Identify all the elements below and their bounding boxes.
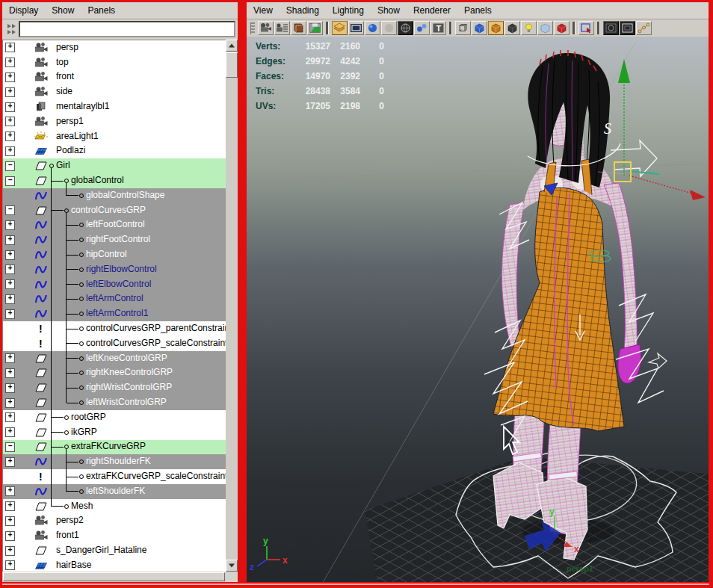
expand-expander[interactable]: + [5, 457, 15, 467]
expand-expander[interactable]: + [5, 501, 15, 511]
expand-expander[interactable]: + [5, 560, 15, 570]
toolbar-sphere-wire-dark-button[interactable] [398, 21, 413, 35]
toolbar-film-gate-button[interactable] [348, 21, 364, 35]
expand-expander[interactable]: + [5, 72, 15, 82]
viewport-menu-panels[interactable]: Panels [457, 3, 499, 18]
scroll-down-button[interactable] [226, 560, 238, 572]
collapse-expander[interactable]: − [5, 442, 15, 452]
expand-expander[interactable]: + [5, 279, 15, 289]
toolbar-sphere-dim-button[interactable] [381, 21, 397, 35]
toolbar-cube-orange-button[interactable] [488, 21, 504, 35]
expand-expander[interactable]: + [5, 383, 15, 393]
outliner-item-leftArmControl1[interactable]: +leftArmControl1 [3, 306, 226, 321]
outliner-item-front1[interactable]: +front1 [3, 528, 226, 543]
expand-expander[interactable]: + [5, 294, 15, 304]
outliner-item-areaLight1[interactable]: +areaLight1 [3, 129, 226, 144]
toolbar-cube-red-button[interactable] [554, 21, 570, 35]
outliner-item-Podlazi[interactable]: +Podlazi [3, 144, 226, 159]
outliner-item-globalControlShape[interactable]: globalControlShape [3, 188, 226, 203]
outliner-item-leftKneeControlGRP[interactable]: +leftKneeControlGRP [3, 351, 226, 366]
expand-expander[interactable]: + [5, 250, 15, 260]
outliner-item-controlCurvesGRP_scaleConstraint1[interactable]: !controlCurvesGRP_scaleConstraint1 [3, 336, 226, 351]
outliner-item-side[interactable]: +side [3, 84, 226, 99]
expand-expander[interactable]: + [5, 87, 15, 97]
toolbar-xray-dark-button[interactable] [603, 21, 619, 35]
outliner-item-extraFKCurveGRP[interactable]: −extraFKCurveGRP [3, 440, 226, 455]
expand-expander[interactable]: + [5, 102, 15, 112]
expand-expander[interactable]: + [5, 398, 15, 408]
expand-expander[interactable]: + [5, 353, 15, 363]
viewport-menu-view[interactable]: View [247, 3, 280, 18]
outliner-item-leftElbowControl[interactable]: +leftElbowControl [3, 277, 226, 292]
expand-expander[interactable]: + [5, 427, 15, 437]
expand-expander[interactable]: + [5, 412, 15, 422]
outliner-item-rightShoulderFK[interactable]: +rightShoulderFK [3, 454, 226, 469]
expand-expander[interactable]: + [5, 146, 15, 156]
toolbar-snap-save-button[interactable] [307, 21, 323, 35]
expand-expander[interactable]: + [5, 486, 15, 496]
outliner-item-s_DangerGirl_Hataline[interactable]: +s_DangerGirl_Hataline [3, 543, 226, 558]
expand-expander[interactable]: + [5, 546, 15, 556]
outliner-item-ikGRP[interactable]: +ikGRP [3, 425, 226, 440]
collapse-expander[interactable]: − [5, 161, 15, 171]
outliner-item-globalControl[interactable]: −globalControl [3, 173, 226, 188]
outliner-item-front[interactable]: +front [3, 70, 226, 85]
expand-expander[interactable]: + [5, 43, 15, 52]
outliner-menu-show[interactable]: Show [45, 3, 81, 18]
expand-expander[interactable]: + [5, 58, 15, 67]
expand-expander[interactable]: + [5, 516, 15, 526]
filter-icon[interactable] [4, 22, 19, 36]
outliner-item-extraFKCurveGRP_scaleConstraint1[interactable]: !extraFKCurveGRP_scaleConstraint1 [3, 469, 226, 484]
toolbar-cube-lightblue-button[interactable] [537, 21, 553, 35]
toolbar-isolate-select-button[interactable] [332, 21, 348, 35]
expand-expander[interactable]: + [5, 131, 15, 141]
toolbar-handle[interactable] [250, 22, 255, 34]
toolbar-cube-blue-button[interactable] [472, 21, 487, 35]
outliner-item-top[interactable]: +top [3, 55, 226, 70]
viewport-menu-renderer[interactable]: Renderer [407, 3, 457, 18]
outliner-item-Mesh[interactable]: +Mesh [3, 499, 226, 514]
expand-expander[interactable]: + [5, 220, 15, 230]
outliner-item-rightKneeControlGRP[interactable]: +rightKneeControlGRP [3, 366, 226, 381]
expand-expander[interactable]: + [5, 264, 15, 274]
expand-expander[interactable]: + [5, 309, 15, 319]
outliner-item-rootGRP[interactable]: +rootGRP [3, 410, 226, 425]
outliner-menu-panels[interactable]: Panels [81, 3, 122, 18]
scroll-up-button[interactable] [226, 40, 238, 52]
toolbar-cube-dark-button[interactable] [504, 21, 520, 35]
outliner-item-leftShoulderFK[interactable]: +leftShoulderFK [3, 484, 226, 499]
scroll-thumb[interactable] [226, 52, 238, 78]
outliner-horizontal-scrollbar[interactable] [2, 572, 226, 582]
toolbar-frame-dark-button[interactable] [620, 21, 635, 35]
outliner-item-leftFootControl[interactable]: +leftFootControl [3, 218, 226, 233]
outliner-item-rightElbowControl[interactable]: +rightElbowControl [3, 262, 226, 277]
viewport-menu-show[interactable]: Show [371, 3, 407, 18]
outliner-item-rightWristControlGRP[interactable]: +rightWristControlGRP [3, 380, 226, 395]
outliner-item-Girl[interactable]: −Girl [3, 158, 226, 173]
expand-expander[interactable]: + [5, 531, 15, 541]
outliner-item-rightFootControl[interactable]: +rightFootControl [3, 232, 226, 247]
outliner-item-hairBase[interactable]: +hairBase [3, 558, 226, 572]
expand-expander[interactable]: + [5, 368, 15, 378]
toolbar-book-button[interactable] [291, 21, 306, 35]
outliner-menu-display[interactable]: Display [2, 3, 45, 18]
toolbar-text-tool-button[interactable]: T [430, 21, 446, 35]
viewport-menu-lighting[interactable]: Lighting [326, 3, 371, 18]
toolbar-joint-tool-button[interactable] [636, 21, 652, 35]
outliner-item-mentalraylbl1[interactable]: +mentalraylbl1 [3, 99, 226, 114]
toolbar-cube-wire-button[interactable] [455, 21, 471, 35]
expand-expander[interactable]: + [5, 117, 15, 126]
outliner-item-hipControl[interactable]: +hipControl [3, 247, 226, 262]
outliner-item-leftArmControl[interactable]: +leftArmControl [3, 292, 226, 307]
toolbar-camera-settings-button[interactable] [274, 21, 290, 35]
outliner-item-leftWristControlGRP[interactable]: +leftWristControlGRP [3, 395, 226, 410]
outliner-item-controlCurvesGRP_parentConstraint1[interactable]: !controlCurvesGRP_parentConstraint1 [3, 321, 226, 336]
toolbar-light-bulb-button[interactable] [521, 21, 537, 35]
outliner-vertical-scrollbar[interactable] [226, 40, 238, 572]
hscroll-thumb[interactable] [3, 572, 225, 581]
expand-expander[interactable]: + [5, 235, 15, 245]
outliner-item-controlCurvesGRP[interactable]: −controlCurvesGRP [3, 203, 226, 218]
outliner-item-persp2[interactable]: +persp2 [3, 514, 226, 529]
toolbar-camera-button[interactable] [258, 21, 274, 35]
toolbar-select-object-button[interactable] [578, 21, 594, 35]
